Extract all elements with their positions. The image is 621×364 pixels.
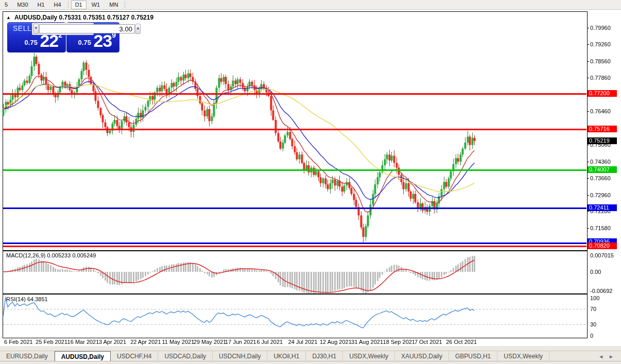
timeframe-button-h1[interactable]: H1 [33,1,49,9]
price-axis-tick: 0.74360 [590,159,611,165]
timeframe-button-d1[interactable]: D1 [71,1,87,9]
date-axis-label: 11 May 2021 [162,339,195,345]
chart-tab-ukoil-h1[interactable]: UKOil,H1 [267,351,306,361]
date-axis-label: 22 Apr 2021 [130,339,161,345]
date-axis-label: 26 Oct 2021 [446,339,477,345]
chart-tab-dj30-h1[interactable]: DJ30,H1 [306,351,343,361]
date-axis-label: 29 May 2021 [194,339,227,345]
macd-axis-label: 0.007015 [590,252,614,258]
price-axis-tick: 0.78560 [590,58,611,64]
date-axis-label: 3 Apr 2021 [99,339,126,345]
price-level-badge: 0.77200 [588,90,617,97]
date-axis-label: 24 Jul 2021 [288,339,318,345]
chart-scroll-strip[interactable] [0,346,621,351]
volume-increase-button[interactable]: ▲ [135,24,141,34]
timeframe-toolbar: 5M30H1H4D1W1MN [0,0,621,10]
date-axis-label: 7 Oct 2021 [415,339,442,345]
timeframe-button-h4[interactable]: H4 [50,1,65,9]
macd-axis-label: -0.00692 [590,288,612,294]
volume-spinner: ▼ ▲ [32,23,94,35]
rsi-axis-label: 100 [590,295,599,301]
chart-tab-usdcnh-daily[interactable]: USDCNH,Daily [213,351,267,361]
tab-scroll-right-icon[interactable]: ► [609,354,614,359]
macd-axis-label: 0.00 [590,269,601,275]
chart-tab-gbpusd-h1[interactable]: GBPUSD,H1 [449,351,497,361]
buy-price-big: 23 [93,31,112,50]
price-axis-tick: 0.71580 [590,225,611,231]
chart-tab-audusd-daily[interactable]: AUDUSD,Daily [55,351,111,361]
price-axis-tick: 0.77860 [590,75,611,81]
chart-tab-usdx-weekly[interactable]: USDX,Weekly [343,351,395,361]
date-axis-label: 12 Aug 2021 [320,339,352,345]
buy-price-small: 0.75 [78,39,91,46]
price-level-badge: 0.75716 [588,126,617,132]
price-level-badge: 0.70820 [588,242,617,249]
date-axis-label: 31 Aug 2021 [351,339,383,345]
price-axis-tick: 0.76460 [590,108,611,114]
chart-title: ▲ AUDUSD,Daily 0.75331 0.75351 0.75127 0… [6,14,153,21]
toolbar-separator [68,1,68,8]
tab-scroll-arrows: ◄► [598,351,621,361]
price-axis-tick: 0.73660 [590,175,611,181]
price-level-badge: 0.75219 [588,137,617,144]
chart-tab-xauusd-daily[interactable]: XAUUSD,Daily [395,351,449,361]
chart-tab-usdcad-daily[interactable]: USDCAD,Daily [158,351,213,361]
volume-decrease-button[interactable]: ▼ [33,24,39,34]
one-click-trade-panel: SELL 0.75 222 BUY 0.75 239 ▼ ▲ [7,22,118,51]
tab-scroll-left-icon[interactable]: ◄ [598,354,603,359]
date-axis-label: 6 Feb 2021 [4,339,33,345]
timeframe-button-w1[interactable]: W1 [88,1,105,9]
volume-input[interactable] [39,24,135,33]
chart-title-text: AUDUSD,Daily 0.75331 0.75351 0.75127 0.7… [14,14,153,21]
timeframe-button-5[interactable]: 5 [1,1,12,9]
chart-tab-eurusd-daily[interactable]: EURUSD,Daily [0,351,55,361]
chart-tab-usdchf-h4[interactable]: USDCHF,H4 [111,351,158,361]
macd-label: MACD(12,26,9) 0.005233 0.005249 [6,252,96,258]
price-axis-tick: 0.79260 [590,41,611,47]
rsi-axis-label: 0 [590,333,593,339]
rsi-axis-label: 70 [590,306,596,312]
status-bar [0,361,621,364]
date-axis-label: 18 Sep 2021 [383,339,415,345]
price-axis-tick: 0.72960 [590,192,611,198]
price-chart[interactable] [0,0,621,364]
chart-tab-usdx-weekly[interactable]: USDX,Weekly [497,351,549,361]
date-axis-label: 16 Mar 2021 [67,339,99,345]
timeframe-button-mn[interactable]: MN [105,1,122,9]
rsi-axis-label: 30 [590,321,596,327]
date-axis-label: 6 Jul 2021 [256,339,283,345]
toolbar-separator [125,1,125,8]
price-axis-tick: 0.79960 [590,25,611,31]
rsi-label: RSI(14) 64.3851 [6,296,48,302]
collapse-panel-icon[interactable]: ▲ [6,15,11,20]
price-level-badge: 0.74007 [588,166,617,173]
timeframe-button-m30[interactable]: M30 [13,1,32,9]
chart-tabbar: EURUSD,DailyAUDUSD,DailyUSDCHF,H4USDCAD,… [0,351,621,361]
sell-price-small: 0.75 [25,39,38,46]
date-axis-label: 17 Jun 2021 [225,339,256,345]
price-level-badge: 0.72411 [588,204,617,211]
date-axis-label: 25 Feb 2021 [36,339,67,345]
